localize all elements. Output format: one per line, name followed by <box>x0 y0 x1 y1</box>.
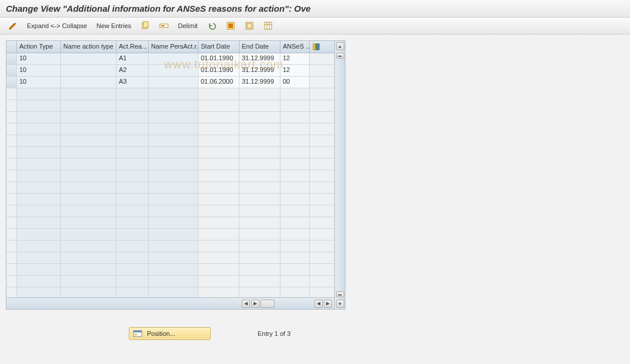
table-row-empty[interactable] <box>6 159 334 170</box>
cell-empty[interactable] <box>280 264 310 275</box>
cell-act-rea[interactable]: A2 <box>117 65 149 76</box>
cell-empty[interactable] <box>280 276 310 287</box>
hscroll-left-button[interactable]: ◀ <box>242 300 250 308</box>
cell-empty[interactable] <box>17 229 61 240</box>
col-name-persact[interactable]: Name PersAct.r... <box>149 41 198 53</box>
cell-empty[interactable] <box>280 100 310 111</box>
cell-empty[interactable] <box>149 194 198 205</box>
cell-action-type[interactable]: 10 <box>17 53 61 64</box>
cell-empty[interactable] <box>239 170 280 181</box>
cell-empty[interactable] <box>117 100 149 111</box>
scroll-down-button[interactable]: ▼ <box>336 300 344 308</box>
cell-empty[interactable] <box>198 217 239 228</box>
cell-empty[interactable] <box>239 112 280 123</box>
cell-empty[interactable] <box>239 88 280 99</box>
row-selector[interactable] <box>6 217 17 228</box>
table-row-empty[interactable] <box>6 217 334 229</box>
cell-empty[interactable] <box>117 88 149 99</box>
cell-empty[interactable] <box>198 88 239 99</box>
cell-empty[interactable] <box>280 147 310 158</box>
cell-empty[interactable] <box>149 159 198 170</box>
table-row[interactable]: 10A201.01.199031.12.999912 <box>6 65 334 77</box>
cell-empty[interactable] <box>239 194 280 205</box>
cell-empty[interactable] <box>17 123 61 135</box>
row-selector[interactable] <box>6 100 17 111</box>
select-all-button[interactable] <box>222 20 239 32</box>
cell-end-date[interactable]: 31.12.9999 <box>239 77 280 88</box>
scroll-up-page-button[interactable]: ▬ <box>336 53 344 59</box>
cell-empty[interactable] <box>61 217 117 228</box>
cell-empty[interactable] <box>149 229 198 240</box>
row-selector[interactable] <box>6 229 17 240</box>
cell-empty[interactable] <box>198 264 239 275</box>
cell-empty[interactable] <box>61 252 117 263</box>
cell-empty[interactable] <box>61 135 117 146</box>
cell-name-action-type[interactable] <box>61 77 117 88</box>
table-row-empty[interactable] <box>6 194 334 205</box>
cell-empty[interactable] <box>198 100 239 111</box>
cell-empty[interactable] <box>149 252 198 263</box>
cell-empty[interactable] <box>280 182 310 193</box>
cell-empty[interactable] <box>198 147 239 158</box>
cell-empty[interactable] <box>280 205 310 217</box>
table-row-empty[interactable] <box>6 170 334 182</box>
cell-empty[interactable] <box>117 217 149 228</box>
cell-name-persact[interactable] <box>149 77 198 88</box>
row-selector[interactable] <box>6 53 17 64</box>
deselect-all-button[interactable] <box>241 20 258 32</box>
col-end-date[interactable]: End Date <box>239 41 280 53</box>
cell-empty[interactable] <box>117 276 149 287</box>
cell-empty[interactable] <box>149 264 198 275</box>
cell-empty[interactable] <box>239 135 280 146</box>
row-selector[interactable] <box>6 159 17 170</box>
cell-empty[interactable] <box>149 147 198 158</box>
cell-start-date[interactable]: 01.01.1990 <box>198 53 239 64</box>
cell-act-rea[interactable]: A3 <box>117 77 149 88</box>
cell-anses[interactable]: 12 <box>280 65 310 76</box>
row-selector[interactable] <box>6 65 17 76</box>
cell-empty[interactable] <box>239 264 280 275</box>
cell-empty[interactable] <box>117 170 149 181</box>
position-button[interactable]: Position... <box>129 327 211 340</box>
cell-end-date[interactable]: 31.12.9999 <box>239 65 280 76</box>
cell-empty[interactable] <box>61 241 117 252</box>
cell-empty[interactable] <box>61 147 117 158</box>
cell-empty[interactable] <box>61 205 117 217</box>
col-anses[interactable]: ANSeS .. <box>280 41 310 53</box>
table-row-empty[interactable] <box>6 229 334 241</box>
row-selector[interactable] <box>6 170 17 181</box>
cell-empty[interactable] <box>198 252 239 263</box>
edit-field-button[interactable] <box>156 20 172 32</box>
cell-empty[interactable] <box>239 276 280 287</box>
table-row-empty[interactable] <box>6 147 334 159</box>
cell-empty[interactable] <box>17 287 61 297</box>
cell-empty[interactable] <box>149 217 198 228</box>
col-name-action-type[interactable]: Name action type <box>61 41 117 53</box>
table-row-empty[interactable] <box>6 264 334 276</box>
cell-empty[interactable] <box>61 100 117 111</box>
row-selector[interactable] <box>6 252 17 263</box>
row-selector[interactable] <box>6 147 17 158</box>
cell-empty[interactable] <box>239 229 280 240</box>
cell-empty[interactable] <box>117 287 149 297</box>
row-selector[interactable] <box>6 287 17 297</box>
cell-empty[interactable] <box>149 287 198 297</box>
cell-empty[interactable] <box>117 112 149 123</box>
cell-empty[interactable] <box>198 135 239 146</box>
cell-empty[interactable] <box>149 112 198 123</box>
cell-empty[interactable] <box>17 147 61 158</box>
copy-button[interactable] <box>137 20 153 32</box>
cell-empty[interactable] <box>61 170 117 181</box>
cell-empty[interactable] <box>280 135 310 146</box>
table-row-empty[interactable] <box>6 252 334 264</box>
cell-empty[interactable] <box>239 147 280 158</box>
cell-empty[interactable] <box>239 217 280 228</box>
col-action-type[interactable]: Action Type <box>17 41 61 53</box>
cell-empty[interactable] <box>280 229 310 240</box>
cell-empty[interactable] <box>17 264 61 275</box>
undo-button[interactable] <box>204 20 220 32</box>
cell-empty[interactable] <box>198 287 239 297</box>
cell-action-type[interactable]: 10 <box>17 77 61 88</box>
cell-empty[interactable] <box>17 135 61 146</box>
hscroll-thumb[interactable] <box>261 300 275 308</box>
